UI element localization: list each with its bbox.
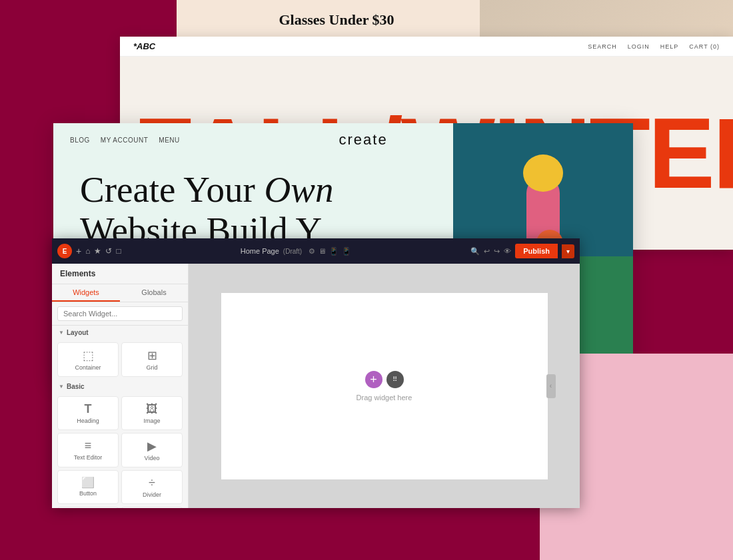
eye-icon[interactable]: 👁 xyxy=(504,247,511,255)
nav-search: SEARCH xyxy=(588,43,617,50)
widget-search xyxy=(52,302,188,326)
create-logo: create xyxy=(339,131,387,148)
settings-icon[interactable]: ⚙ xyxy=(309,247,315,256)
drop-text: Drag widget here xyxy=(357,394,412,402)
widget-heading[interactable]: T Heading xyxy=(57,396,119,430)
basic-label: Basic xyxy=(67,383,85,390)
redo-icon[interactable]: ↪ xyxy=(494,247,500,256)
topbar-add-icon[interactable]: + xyxy=(76,246,81,256)
topbar-folder-icon[interactable]: ★ xyxy=(94,246,101,256)
sidebar-tabs: Widgets Globals xyxy=(52,284,188,302)
topbar-home-icon[interactable]: ⌂ xyxy=(85,246,90,256)
widget-google-maps[interactable]: 📍 Google Maps xyxy=(121,507,183,508)
drag-widget-icon: ⠿ xyxy=(386,371,404,388)
undo-icon[interactable]: ↩ xyxy=(484,247,490,256)
heading-label: Heading xyxy=(77,418,99,424)
text-editor-label: Text Editor xyxy=(74,454,103,461)
panel-title: Elements xyxy=(52,264,188,284)
layout-section: ▼ Layout ⬚ Container ⊞ Grid xyxy=(52,326,188,380)
divider-label: Divider xyxy=(143,491,161,498)
create-nav-account: MY ACCOUNT xyxy=(101,137,149,144)
add-widget-icon[interactable]: + xyxy=(365,371,382,388)
tablet-icon[interactable]: 📱 xyxy=(329,247,339,256)
create-hero-line1: Create Your Own xyxy=(80,169,333,210)
layout-section-title: ▼ Layout xyxy=(52,326,188,340)
tab-globals[interactable]: Globals xyxy=(120,284,188,302)
text-editor-icon: ≡ xyxy=(85,439,92,453)
drop-zone: + ⠿ Drag widget here xyxy=(357,371,412,402)
fashion-nav: *ABC SEARCH LOGIN HELP CART (0) xyxy=(120,37,733,57)
editor-canvas: + ⠿ Drag widget here ‹ xyxy=(189,264,580,508)
button-label: Button xyxy=(79,490,97,497)
draft-badge: (Draft) xyxy=(283,248,302,255)
publish-button[interactable]: Publish xyxy=(515,244,558,258)
topbar-right: 🔍 ↩ ↪ 👁 Publish ▾ xyxy=(470,244,574,258)
editor-sidebar: Elements Widgets Globals ▼ Layout ⬚ xyxy=(52,264,189,508)
topbar-center-icons: ⚙ 🖥 📱 📱 xyxy=(309,247,351,256)
publish-dropdown-arrow[interactable]: ▾ xyxy=(562,244,574,258)
widget-image[interactable]: 🖼 Image xyxy=(121,396,183,430)
editor-logo-button[interactable]: E xyxy=(57,244,72,258)
topbar-history-icon[interactable]: ↺ xyxy=(105,246,112,256)
editor-logo-letter: E xyxy=(63,248,67,255)
widget-spacer[interactable]: ↕ Spacer xyxy=(57,507,119,508)
widget-button[interactable]: ⬜ Button xyxy=(57,470,119,504)
nav-login: LOGIN xyxy=(628,43,650,50)
button-icon: ⬜ xyxy=(81,476,95,489)
layout-widgets: ⬚ Container ⊞ Grid xyxy=(52,340,188,380)
basic-widgets: T Heading 🖼 Image ≡ Text Editor ▶ Video xyxy=(52,394,188,508)
video-label: Video xyxy=(145,455,160,461)
widget-grid[interactable]: ⊞ Grid xyxy=(121,342,183,377)
layout-label: Layout xyxy=(67,329,89,336)
topbar-left: E + ⌂ ★ ↺ □ xyxy=(57,244,121,258)
mobile-icon[interactable]: 📱 xyxy=(342,247,351,256)
basic-section: ▼ Basic T Heading 🖼 Image ≡ Text Editor xyxy=(52,380,188,508)
create-hero-italic: Own xyxy=(265,169,334,210)
basic-section-title: ▼ Basic xyxy=(52,380,188,394)
widget-divider[interactable]: ÷ Divider xyxy=(121,470,183,504)
image-icon: 🖼 xyxy=(146,402,158,416)
widget-container[interactable]: ⬚ Container xyxy=(57,342,119,377)
tab-widgets[interactable]: Widgets xyxy=(52,284,120,302)
container-icon: ⬚ xyxy=(83,348,94,363)
page-label: Home Page xyxy=(241,247,279,255)
nav-cart: CART (0) xyxy=(689,43,720,50)
topbar-center: Home Page (Draft) ⚙ 🖥 📱 📱 xyxy=(241,247,351,256)
image-label: Image xyxy=(143,418,160,424)
divider-icon: ÷ xyxy=(149,476,155,490)
container-label: Container xyxy=(75,364,101,371)
nav-help: HELP xyxy=(660,43,679,50)
layout-arrow: ▼ xyxy=(59,330,64,336)
create-nav-menu: MENU xyxy=(159,137,179,144)
editor-topbar: E + ⌂ ★ ↺ □ Home Page (Draft) ⚙ 🖥 📱 📱 🔍 … xyxy=(52,238,580,264)
widget-video[interactable]: ▶ Video xyxy=(121,433,183,467)
svg-point-8 xyxy=(523,154,563,192)
grid-label: Grid xyxy=(146,364,157,371)
search-icon[interactable]: 🔍 xyxy=(470,247,480,256)
grid-icon: ⊞ xyxy=(147,348,157,363)
fashion-logo: *ABC xyxy=(133,41,155,51)
fashion-nav-links: SEARCH LOGIN HELP CART (0) xyxy=(588,43,720,50)
heading-icon: T xyxy=(85,402,92,416)
glasses-banner-text: Glasses Under $30 xyxy=(279,11,394,29)
widget-text-editor[interactable]: ≡ Text Editor xyxy=(57,433,119,467)
topbar-notes-icon[interactable]: □ xyxy=(116,246,121,256)
editor-panel: E + ⌂ ★ ↺ □ Home Page (Draft) ⚙ 🖥 📱 📱 🔍 … xyxy=(52,238,580,508)
canvas-frame[interactable]: + ⠿ Drag widget here xyxy=(221,293,548,479)
canvas-resize-handle[interactable]: ‹ xyxy=(546,374,556,398)
video-icon: ▶ xyxy=(147,439,157,453)
basic-arrow: ▼ xyxy=(59,384,64,390)
create-nav-left: BLOG MY ACCOUNT MENU xyxy=(70,137,180,144)
drop-action-icons: + ⠿ xyxy=(365,371,404,388)
search-input[interactable] xyxy=(57,306,183,321)
glasses-banner-card: Glasses Under $30 xyxy=(177,0,496,40)
editor-body: Elements Widgets Globals ▼ Layout ⬚ xyxy=(52,264,580,508)
create-nav-blog: BLOG xyxy=(70,137,90,144)
desktop-icon[interactable]: 🖥 xyxy=(319,247,326,256)
